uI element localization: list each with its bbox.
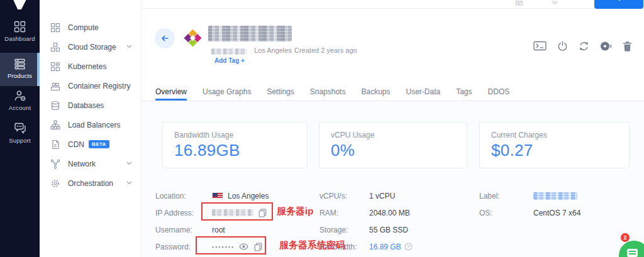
password-annotation-text: 服务器系统密码 [279, 239, 345, 251]
server-info-column-3: Label: OS: CentOS 7 x64 [479, 187, 580, 221]
chat-unread-badge: 2 [620, 232, 630, 243]
bandwidth-usage-card: Bandwidth Usage 16.89GB [162, 122, 308, 168]
label-row: Label: [479, 187, 580, 204]
copy-icon[interactable] [258, 209, 267, 217]
power-icon[interactable] [557, 41, 568, 52]
sidebar-item-load-balancers[interactable]: Load Balancers [40, 115, 141, 134]
location-row: Location: Los Angeles [155, 187, 269, 204]
tab-backups[interactable]: Backups [361, 84, 390, 101]
sidebar-item-label: Container Registry [68, 82, 130, 90]
rail-item-label: Dashboard [0, 35, 40, 42]
sidebar-item-kubernetes[interactable]: Kubernetes [40, 57, 141, 76]
username-row: Username: root [155, 221, 269, 238]
sidebar-item-databases[interactable]: Databases [40, 96, 141, 115]
server-tabs: Overview Usage Graphs Settings Snapshots… [142, 84, 644, 101]
card-value: $0.27 [491, 141, 629, 160]
cdn-icon [50, 139, 60, 150]
ram-value: 2048.00 MB [369, 209, 410, 217]
compute-icon [50, 23, 60, 33]
databases-icon [50, 101, 60, 111]
location-value: Los Angeles [228, 192, 269, 200]
eye-icon[interactable] [239, 243, 248, 250]
ip-address-redacted [212, 209, 253, 216]
account-icon [14, 90, 26, 102]
storage-label: Storage: [319, 226, 369, 234]
server-name-redacted [208, 26, 292, 41]
tab-usage-graphs[interactable]: Usage Graphs [203, 84, 251, 101]
sidebar-item-label: Compute [68, 23, 99, 32]
sidebar-item-cdn[interactable]: CDN BETA [40, 134, 141, 154]
chevron-down-icon [126, 181, 132, 185]
ip-annotation-text: 服务器ip [277, 205, 313, 217]
deploy-instance-button[interactable] [594, 0, 643, 9]
password-row: Password: ······· [155, 238, 269, 255]
rail-item-account[interactable]: Account [0, 90, 40, 111]
tab-user-data[interactable]: User-Data [406, 84, 441, 101]
current-charges-card: Current Charges $0.27 [479, 122, 630, 168]
tab-overview[interactable]: Overview [155, 84, 187, 101]
server-action-toolbar [533, 41, 632, 52]
sidebar-item-label: Network [68, 160, 96, 168]
sidebar-item-label: CDN [68, 140, 84, 149]
server-location: Los Angeles [254, 46, 292, 54]
ip-address-row: IP Address: [155, 204, 269, 221]
os-label: OS: [479, 209, 533, 217]
vultr-server-detail-page: Los Angeles Created 2 years ago Add Tag … [0, 0, 644, 257]
password-label: Password: [155, 243, 212, 251]
sidebar-item-container-registry[interactable]: Container Registry [40, 76, 141, 96]
sidebar-item-compute[interactable]: Compute [40, 18, 141, 37]
sidebar-item-network[interactable]: Network [40, 154, 141, 173]
trash-icon[interactable] [623, 41, 632, 52]
add-tag-link[interactable]: Add Tag + [214, 57, 245, 64]
rail-item-label: Support [0, 137, 40, 144]
sidebar-item-label: Databases [68, 101, 104, 110]
container-registry-icon [50, 81, 60, 91]
sidebar-item-cloud-storage[interactable]: Cloud Storage [40, 37, 141, 57]
centos-logo-icon [183, 28, 203, 48]
network-icon [50, 159, 60, 169]
kubernetes-icon [50, 62, 60, 72]
apps-icon[interactable] [516, 1, 523, 6]
sidebar-item-label: Load Balancers [68, 121, 120, 129]
dashboard-icon [14, 21, 26, 33]
orchestration-icon [50, 178, 60, 189]
vultr-logo[interactable] [10, 0, 30, 12]
card-value: 16.89GB [174, 141, 307, 160]
products-icon [14, 58, 26, 70]
load-balancers-icon [50, 120, 60, 130]
os-value: CentOS 7 x64 [533, 209, 580, 217]
rail-item-dashboard[interactable]: Dashboard [0, 21, 40, 42]
chevron-down-icon [126, 45, 132, 48]
help-icon[interactable]: ? [404, 243, 413, 251]
label-label: Label: [479, 192, 533, 200]
bandwidth-value[interactable]: 16.89 GB [369, 243, 401, 251]
rail-item-label: Account [0, 104, 40, 111]
tab-settings[interactable]: Settings [267, 84, 294, 101]
back-button[interactable] [155, 28, 175, 48]
vcpu-usage-card: vCPU Usage 0% [319, 122, 467, 168]
rail-item-products[interactable]: Products [0, 53, 40, 86]
copy-icon[interactable] [254, 243, 262, 251]
account-menu-icon[interactable] [552, 1, 558, 6]
username-label: Username: [155, 226, 212, 234]
tab-tags[interactable]: Tags [456, 84, 472, 101]
card-value: 0% [331, 141, 467, 160]
location-label: Location: [155, 192, 212, 200]
card-label: vCPU Usage [331, 131, 467, 139]
arrow-left-icon [160, 33, 170, 43]
server-created: Created 2 years ago [294, 46, 357, 54]
iso-icon[interactable] [600, 41, 612, 52]
password-masked-value: ······· [212, 243, 235, 251]
us-flag-icon [212, 192, 223, 199]
console-icon[interactable] [533, 41, 547, 52]
tab-snapshots[interactable]: Snapshots [310, 84, 346, 101]
rail-item-support[interactable]: Support [0, 122, 40, 144]
cloud-storage-icon [50, 42, 60, 52]
card-label: Bandwidth Usage [174, 131, 307, 139]
vcpu-value: 1 vCPU [369, 192, 395, 200]
ip-address-label: IP Address: [155, 209, 212, 217]
sidebar-item-orchestration[interactable]: Orchestration [40, 173, 141, 193]
ram-row: RAM: 2048.00 MB [319, 204, 413, 221]
restart-icon[interactable] [579, 41, 589, 52]
tab-ddos[interactable]: DDOS [488, 84, 510, 101]
